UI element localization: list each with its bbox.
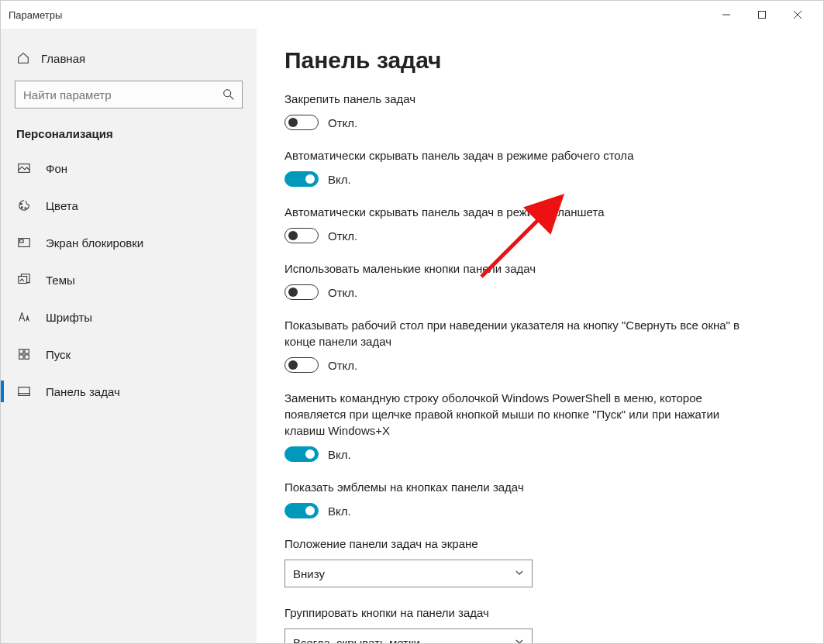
sidebar-item-taskbar[interactable]: Панель задач <box>1 373 257 410</box>
lockscreen-icon <box>16 235 32 250</box>
page-title: Панель задач <box>284 47 795 74</box>
setting-label: Положение панели задач на экране <box>284 536 742 552</box>
svg-point-8 <box>21 207 22 208</box>
nav-label: Панель задач <box>46 385 120 398</box>
setting-label: Автоматически скрывать панель задач в ре… <box>284 147 742 164</box>
toggle-powershell[interactable] <box>284 446 319 462</box>
svg-rect-17 <box>19 387 29 396</box>
svg-rect-14 <box>25 350 29 353</box>
svg-line-5 <box>230 96 234 100</box>
picture-icon <box>16 160 32 176</box>
toggle-peek-desktop[interactable] <box>284 357 319 373</box>
main-panel: Панель задач Закрепить панель задач Откл… <box>257 29 823 643</box>
search-input[interactable] <box>15 81 243 108</box>
minimize-button[interactable] <box>709 2 744 27</box>
nav-label: Шрифты <box>46 311 92 324</box>
toggle-badges[interactable] <box>284 503 319 518</box>
fonts-icon <box>16 309 32 325</box>
setting-label: Группировать кнопки на панели задач <box>284 604 742 621</box>
toggle-autohide-desktop[interactable] <box>284 171 319 187</box>
home-button[interactable]: Главная <box>1 41 257 75</box>
taskbar-icon <box>16 384 32 399</box>
search-icon <box>215 88 242 102</box>
sidebar-item-themes[interactable]: Темы <box>1 261 257 298</box>
toggle-state: Вкл. <box>328 505 351 518</box>
nav-label: Экран блокировки <box>46 236 143 250</box>
select-taskbar-position[interactable]: Внизу <box>284 560 533 587</box>
home-label: Главная <box>41 52 85 65</box>
themes-icon <box>16 272 32 288</box>
chevron-down-icon <box>515 568 524 580</box>
toggle-lock-taskbar[interactable] <box>284 115 319 130</box>
svg-rect-13 <box>19 350 23 353</box>
toggle-state: Вкл. <box>328 448 351 461</box>
toggle-state: Откл. <box>328 286 357 299</box>
svg-point-7 <box>21 203 22 205</box>
close-button[interactable] <box>780 2 815 27</box>
svg-rect-16 <box>25 355 29 359</box>
nav-label: Фон <box>46 162 67 175</box>
start-icon <box>16 346 32 362</box>
setting-label: Заменить командную строку оболочкой Wind… <box>284 390 742 439</box>
setting-label: Использовать маленькие кнопки панели зад… <box>284 260 742 277</box>
sidebar-item-background[interactable]: Фон <box>1 150 257 187</box>
search-field[interactable] <box>16 88 215 102</box>
nav-label: Пуск <box>46 348 71 361</box>
svg-rect-11 <box>20 239 24 243</box>
sidebar: Главная Персонализация Фон <box>1 29 257 643</box>
toggle-state: Откл. <box>328 116 357 129</box>
nav-list: Фон Цвета Экран блокировки <box>1 150 257 410</box>
select-value: Всегда, скрывать метки <box>293 636 420 644</box>
toggle-autohide-tablet[interactable] <box>284 228 319 243</box>
setting-label: Автоматически скрывать панель задач в ре… <box>284 204 742 220</box>
setting-label: Показывать рабочий стол при наведении ук… <box>284 317 742 350</box>
sidebar-item-colors[interactable]: Цвета <box>1 187 257 224</box>
palette-icon <box>16 198 32 213</box>
select-value: Внизу <box>293 567 325 580</box>
svg-point-4 <box>224 90 231 97</box>
toggle-state: Вкл. <box>328 173 351 186</box>
maximize-button[interactable] <box>744 2 780 27</box>
svg-point-9 <box>25 208 26 209</box>
main-scroll[interactable]: Панель задач Закрепить панель задач Откл… <box>257 29 823 643</box>
nav-label: Темы <box>46 274 75 287</box>
toggle-small-buttons[interactable] <box>284 284 319 300</box>
sidebar-item-lockscreen[interactable]: Экран блокировки <box>1 224 257 261</box>
setting-label: Закрепить панель задач <box>284 91 742 107</box>
select-group-buttons[interactable]: Всегда, скрывать метки <box>284 629 533 643</box>
chevron-down-icon <box>515 637 524 644</box>
sidebar-item-fonts[interactable]: Шрифты <box>1 298 257 336</box>
toggle-state: Откл. <box>328 229 357 243</box>
svg-rect-15 <box>19 355 23 359</box>
sidebar-item-start[interactable]: Пуск <box>1 336 257 373</box>
section-title: Персонализация <box>1 116 257 150</box>
home-icon <box>16 51 30 65</box>
window-title: Параметры <box>9 9 62 21</box>
svg-rect-1 <box>759 12 766 19</box>
titlebar: Параметры <box>1 1 823 29</box>
setting-label: Показать эмблемы на кнопках панели задач <box>284 479 742 495</box>
toggle-state: Откл. <box>328 359 357 372</box>
nav-label: Цвета <box>46 199 78 212</box>
